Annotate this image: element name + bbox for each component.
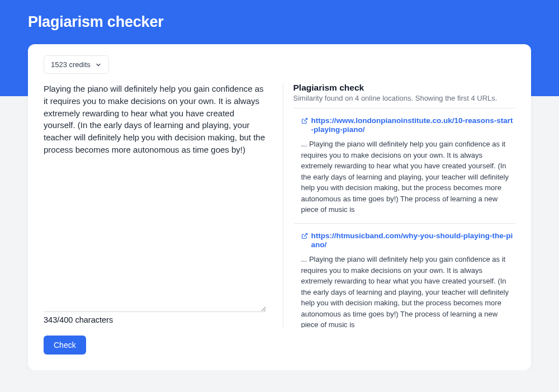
results-column: Plagiarism check Similarity found on 4 o… — [283, 83, 516, 328]
result-url[interactable]: https://htmusicband.com/why-you-should-p… — [311, 232, 516, 249]
results-subtitle: Similarity found on 4 online locations. … — [293, 94, 516, 108]
external-link-icon — [301, 233, 308, 239]
svg-line-0 — [304, 119, 307, 122]
page-container: Plagiarism checker 1523 credits 343/400 … — [0, 0, 559, 370]
result-header: https://htmusicband.com/why-you-should-p… — [301, 232, 516, 249]
result-snippet: ... Playing the piano will definitely he… — [301, 254, 516, 328]
result-snippet: ... Playing the piano will definitely he… — [301, 139, 516, 215]
result-item: https://htmusicband.com/why-you-should-p… — [293, 224, 516, 328]
results-title: Plagiarism check — [293, 83, 516, 93]
check-button[interactable]: Check — [44, 336, 86, 355]
columns: 343/400 characters Check Plagiarism chec… — [44, 83, 515, 355]
page-title: Plagiarism checker — [28, 13, 531, 31]
external-link-icon — [301, 117, 308, 124]
credits-dropdown[interactable]: 1523 credits — [44, 55, 109, 74]
chevron-down-icon — [95, 62, 102, 68]
result-item: https://www.londonpianoinstitute.co.uk/1… — [293, 108, 516, 224]
result-header: https://www.londonpianoinstitute.co.uk/1… — [301, 116, 516, 134]
main-card: 1523 credits 343/400 characters Check Pl… — [28, 44, 531, 370]
text-input[interactable] — [44, 83, 266, 312]
result-url[interactable]: https://www.londonpianoinstitute.co.uk/1… — [311, 116, 516, 134]
svg-line-1 — [304, 233, 307, 237]
credits-label: 1523 credits — [51, 60, 91, 69]
char-count: 343/400 characters — [44, 315, 266, 324]
input-column: 343/400 characters Check — [44, 83, 283, 355]
